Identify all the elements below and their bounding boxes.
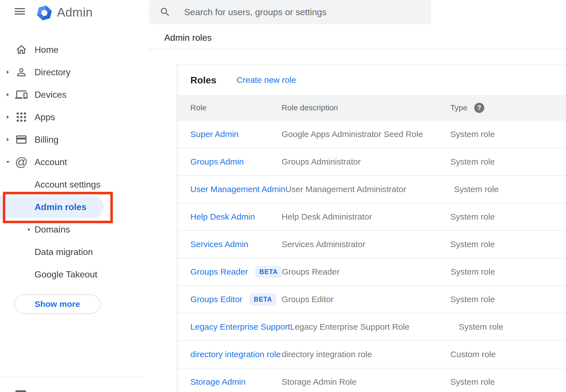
table-row: Groups Admin Groups Administrator System…	[177, 148, 566, 176]
role-link[interactable]: Super Admin	[190, 129, 239, 139]
expand-arrow-icon[interactable]	[4, 69, 11, 76]
sidebar-item-account-settings[interactable]: Account settings	[0, 173, 149, 196]
beta-badge: BETA	[255, 266, 282, 278]
role-link[interactable]: Storage Admin	[190, 377, 246, 387]
sidebar-item-devices[interactable]: Devices	[0, 83, 149, 106]
role-cell: Groups Reader BETA	[177, 266, 282, 278]
header-divider	[149, 49, 566, 49]
table-row: Storage Admin Storage Admin Role System …	[177, 368, 566, 392]
sidebar: Admin Home Directory Devices Apps Billin…	[0, 0, 149, 392]
clipped-nav-icon	[15, 390, 26, 392]
table-row: Groups Reader BETA Groups Reader System …	[177, 258, 566, 286]
role-cell: Legacy Enterprise Support	[177, 322, 290, 332]
sidebar-item-label: Apps	[35, 112, 55, 122]
expand-arrow-icon[interactable]	[4, 114, 11, 120]
sidebar-bottom-divider	[0, 377, 143, 377]
sidebar-item-google-takeout[interactable]: Google Takeout	[0, 263, 149, 286]
role-description: Services Administrator	[282, 240, 450, 249]
expand-arrow-icon[interactable]	[26, 226, 33, 233]
role-description: Groups Editor	[282, 295, 450, 304]
app-title: Admin	[57, 5, 93, 19]
expand-arrow-icon[interactable]	[4, 136, 11, 143]
role-description: Legacy Enterprise Support Role	[290, 322, 459, 332]
sidebar-item-home[interactable]: Home	[0, 38, 149, 61]
role-description: Storage Admin Role	[282, 377, 450, 387]
sidebar-item-admin-roles[interactable]: Admin roles	[0, 196, 149, 218]
sidebar-item-apps[interactable]: Apps	[0, 106, 149, 128]
role-description: Help Desk Administrator	[282, 212, 450, 222]
table-row: Services Admin Services Administrator Sy…	[177, 231, 566, 258]
collapse-arrow-icon[interactable]	[4, 159, 11, 165]
help-icon[interactable]: ?	[474, 103, 484, 113]
sidebar-item-label: Billing	[35, 135, 58, 145]
role-cell: Groups Admin	[177, 157, 282, 167]
sidebar-item-billing[interactable]: Billing	[0, 128, 149, 151]
menu-icon[interactable]	[15, 8, 25, 15]
role-type: System role	[459, 322, 566, 332]
search-input[interactable]	[184, 7, 423, 18]
person-icon	[15, 65, 28, 79]
role-type: Custom role	[450, 350, 566, 359]
role-cell: User Management Admin	[177, 184, 286, 194]
show-more-button[interactable]: Show more	[14, 294, 101, 314]
table-row: Groups Editor BETA Groups Editor System …	[177, 286, 566, 313]
role-link[interactable]: User Management Admin	[190, 184, 286, 194]
apps-icon	[15, 110, 28, 124]
sidebar-item-label: Home	[35, 45, 58, 55]
roles-title: Roles	[190, 75, 216, 86]
role-link[interactable]: Services Admin	[190, 240, 248, 249]
role-link[interactable]: Groups Reader	[190, 267, 248, 277]
role-type: System role	[450, 157, 566, 167]
table-row: User Management Admin User Management Ad…	[177, 176, 566, 203]
home-icon	[15, 43, 28, 56]
devices-icon	[15, 88, 28, 101]
role-cell: directory integration role	[177, 350, 282, 359]
role-type: System role	[450, 240, 566, 249]
search-bar[interactable]	[149, 0, 431, 24]
table-row: Help Desk Admin Help Desk Administrator …	[177, 203, 566, 231]
role-cell: Super Admin	[177, 129, 282, 139]
role-type: System role	[451, 267, 566, 277]
role-type: System role	[450, 212, 566, 222]
table-header: Role Role description Type ?	[177, 95, 566, 121]
expand-arrow-icon[interactable]	[4, 91, 11, 98]
role-cell: Storage Admin	[177, 377, 282, 387]
sidebar-item-data-migration[interactable]: Data migration	[0, 241, 149, 263]
role-cell: Services Admin	[177, 240, 282, 249]
sidebar-item-directory[interactable]: Directory	[0, 61, 149, 83]
sidebar-item-label: Domains	[35, 224, 70, 235]
column-header-role: Role	[177, 103, 282, 112]
sidebar-item-label: Google Takeout	[35, 269, 97, 280]
breadcrumb: Admin roles	[164, 33, 212, 43]
role-description: Google Apps Administrator Seed Role	[282, 129, 450, 139]
admin-logo-icon[interactable]	[36, 4, 53, 21]
sidebar-item-domains[interactable]: Domains	[0, 218, 149, 241]
role-type: System role	[450, 129, 566, 139]
role-link[interactable]: Groups Admin	[190, 157, 244, 167]
role-link[interactable]: directory integration role	[190, 350, 281, 359]
table-row: Super Admin Google Apps Administrator Se…	[177, 121, 566, 148]
sidebar-item-label: Devices	[35, 90, 67, 100]
sidebar-item-label: Account settings	[35, 179, 101, 190]
table-row: directory integration role directory int…	[177, 341, 566, 368]
sidebar-item-label: Account	[35, 157, 67, 167]
role-link[interactable]: Help Desk Admin	[190, 212, 255, 222]
role-link[interactable]: Legacy Enterprise Support	[190, 322, 290, 332]
column-header-type-label: Type	[450, 103, 467, 112]
role-type: System role	[450, 377, 566, 387]
table-row: Legacy Enterprise Support Legacy Enterpr…	[177, 313, 566, 341]
sidebar-item-label: Directory	[35, 67, 70, 78]
column-header-description: Role description	[282, 103, 450, 112]
role-cell: Groups Editor BETA	[177, 293, 282, 306]
roles-card-header: Roles Create new role	[177, 65, 566, 95]
role-type: System role	[450, 295, 566, 304]
role-description: Groups Administrator	[282, 157, 450, 167]
beta-badge: BETA	[250, 293, 276, 306]
sidebar-item-account[interactable]: @ Account	[0, 151, 149, 173]
create-new-role-link[interactable]: Create new role	[237, 75, 296, 85]
column-header-type: Type ?	[450, 103, 566, 113]
role-type: System role	[454, 184, 566, 194]
table-body: Super Admin Google Apps Administrator Se…	[177, 121, 566, 392]
roles-card: Roles Create new role Role Role descript…	[177, 65, 566, 392]
role-link[interactable]: Groups Editor	[190, 295, 242, 304]
